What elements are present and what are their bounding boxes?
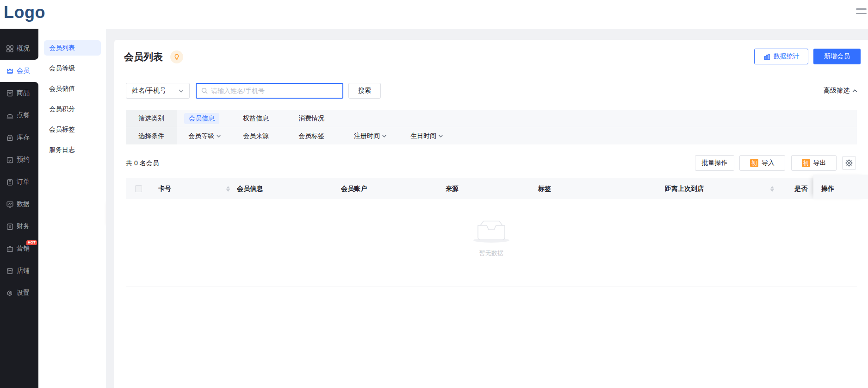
filter-tab-member-info[interactable]: 会员信息 [184, 113, 219, 124]
column-header-member-account: 会员账户 [341, 178, 367, 199]
column-settings-button[interactable] [842, 156, 856, 170]
tip-bulb-badge[interactable] [170, 50, 183, 63]
order-clipboard-icon [6, 178, 14, 186]
sidebar-item-overview[interactable]: 概况 [0, 38, 38, 60]
column-label: 会员账户 [341, 185, 367, 193]
member-crown-icon [6, 67, 14, 75]
sidebar-item-member[interactable]: 会员 [0, 60, 38, 82]
column-label: 标签 [538, 185, 551, 193]
filter-member-source[interactable]: 会员来源 [243, 132, 269, 140]
submenu-item-member-level[interactable]: 会员等级 [44, 61, 101, 76]
filter-member-level[interactable]: 会员等级 [188, 132, 221, 140]
fixed-action-column-header: 操作 [813, 175, 868, 199]
sidebar-item-label: 库存 [17, 133, 30, 142]
submenu-item-member-tags[interactable]: 会员标签 [44, 122, 101, 137]
chevron-down-icon [382, 135, 386, 138]
search-button[interactable]: 搜索 [348, 83, 381, 99]
sidebar-item-label: 概况 [17, 44, 30, 53]
column-header-member-info: 会员信息 [237, 178, 263, 199]
sidebar-item-label: 财务 [17, 222, 30, 231]
filter-item-label: 会员来源 [243, 132, 269, 140]
submenu-label: 会员列表 [49, 44, 75, 52]
advanced-filter-label: 高级筛选 [824, 87, 849, 95]
filter-birthday-time[interactable]: 生日时间 [410, 132, 443, 140]
column-header-last-visit[interactable]: 距离上次到店 [665, 178, 774, 199]
sidebar-item-inventory[interactable]: 库存 [0, 126, 38, 149]
submenu-item-member-stored-value[interactable]: 会员储值 [44, 81, 101, 96]
search-input[interactable] [211, 87, 338, 94]
submenu-label: 会员储值 [49, 85, 75, 93]
column-label: 是否 [794, 185, 807, 193]
column-header-source: 来源 [446, 178, 459, 199]
filter-condition-row: 选择条件 会员等级 会员来源 会员标签 注册时间 生日时间 [126, 127, 857, 144]
sidebar-item-settings[interactable]: 设置 [0, 282, 38, 304]
column-label: 卡号 [158, 185, 223, 193]
import-button[interactable]: 初 导入 [739, 155, 785, 171]
app-window: Logo 概况 会员 商品 点餐 库存 预约 [0, 0, 868, 388]
sidebar-item-finance[interactable]: 财务 [0, 215, 38, 238]
settings-gear-icon [6, 289, 14, 297]
sidebar-item-label: 订单 [17, 178, 30, 186]
store-front-icon [6, 267, 14, 275]
member-count-text: 共 0 名会员 [126, 159, 159, 168]
export-button[interactable]: 初 导出 [791, 155, 837, 171]
sidebar-item-store[interactable]: 店铺 [0, 260, 38, 282]
finance-yuan-icon [6, 223, 14, 231]
sidebar-item-dining[interactable]: 点餐 [0, 104, 38, 126]
filter-tab-consumption[interactable]: 消费情况 [298, 114, 324, 123]
column-header-card-number[interactable]: 卡号 [158, 178, 230, 199]
batch-action-button[interactable]: 批量操作 [695, 155, 734, 171]
export-badge: 初 [802, 159, 810, 167]
export-label: 导出 [813, 159, 826, 167]
empty-state-text: 暂无数据 [126, 249, 857, 257]
lightbulb-icon [174, 54, 180, 60]
table-bottom-border [126, 287, 857, 287]
filter-item-label: 生日时间 [410, 132, 436, 140]
advanced-filter-toggle[interactable]: 高级筛选 [824, 83, 857, 99]
sort-icon[interactable] [770, 186, 774, 192]
filter-item-label: 会员等级 [188, 132, 214, 140]
sidebar-item-label: 设置 [17, 289, 30, 297]
filter-category-row: 筛选类别 会员信息 权益信息 消费情况 [126, 110, 857, 127]
submenu-item-member-points[interactable]: 会员积分 [44, 101, 101, 117]
filter-tab-label: 权益信息 [243, 114, 269, 123]
data-stats-button[interactable]: 数据统计 [754, 49, 808, 64]
sidebar-item-label: 数据 [17, 200, 30, 208]
filter-item-label: 注册时间 [354, 132, 380, 140]
sidebar-item-goods[interactable]: 商品 [0, 82, 38, 104]
filter-tab-label: 会员信息 [189, 114, 215, 123]
chevron-down-icon [439, 135, 443, 138]
data-stats-label: 数据统计 [774, 52, 800, 61]
hamburger-menu-icon[interactable] [856, 8, 867, 17]
dining-cloche-icon [6, 112, 14, 119]
submenu-item-service-log[interactable]: 服务日志 [44, 142, 101, 157]
submenu-label: 会员标签 [49, 125, 75, 134]
sort-icon[interactable] [226, 186, 230, 192]
marketing-case-icon [6, 245, 14, 253]
import-label: 导入 [762, 159, 775, 167]
logo: Logo [4, 3, 45, 22]
sidebar-item-label: 点餐 [17, 111, 30, 119]
filter-tab-label: 消费情况 [298, 114, 324, 123]
submenu-label: 服务日志 [49, 146, 75, 154]
import-badge: 初 [750, 159, 758, 167]
sidebar-item-booking[interactable]: 预约 [0, 149, 38, 171]
submenu-item-member-list[interactable]: 会员列表 [44, 40, 101, 56]
gear-icon [845, 159, 853, 167]
search-input-wrap [196, 83, 343, 99]
filter-tab-rights-info[interactable]: 权益信息 [243, 114, 269, 123]
add-member-button[interactable]: 新增会员 [813, 49, 861, 64]
overview-grid-icon [6, 45, 14, 53]
sidebar-item-label: 商品 [17, 89, 30, 97]
sidebar-item-label: 预约 [17, 156, 30, 164]
column-label: 距离上次到店 [665, 185, 767, 193]
select-all-checkbox[interactable] [135, 185, 142, 192]
sidebar-item-order[interactable]: 订单 [0, 171, 38, 193]
column-label: 来源 [446, 185, 459, 193]
search-field-select[interactable]: 姓名/手机号 [126, 83, 190, 99]
sidebar-item-data[interactable]: 数据 [0, 193, 38, 215]
primary-sidebar: 概况 会员 商品 点餐 库存 预约 订单 数据 [0, 29, 38, 388]
add-member-label: 新增会员 [824, 52, 850, 61]
filter-register-time[interactable]: 注册时间 [354, 132, 386, 140]
filter-member-tag[interactable]: 会员标签 [298, 132, 324, 140]
